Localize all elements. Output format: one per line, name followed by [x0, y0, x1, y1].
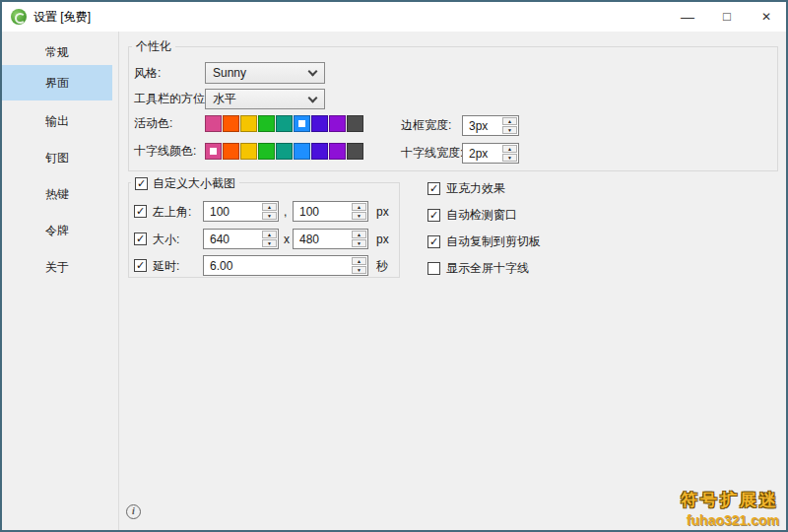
size-separator: x — [284, 230, 290, 249]
acrylic-checkbox[interactable]: ✓ — [427, 182, 440, 195]
window-title: 设置 [免费] — [33, 2, 91, 32]
size-checkbox[interactable]: ✓ — [134, 233, 147, 245]
border-width-value: 3px — [469, 116, 488, 135]
maximize-button[interactable]: □ — [707, 2, 747, 32]
color-swatch[interactable] — [205, 143, 222, 160]
border-width-label: 边框宽度: — [401, 115, 451, 136]
color-swatch[interactable] — [240, 143, 257, 160]
color-swatch[interactable] — [329, 143, 346, 160]
watermark-url: fuhao321.com — [681, 512, 779, 528]
color-swatch[interactable] — [294, 115, 310, 132]
style-dropdown-value: Sunny — [213, 63, 246, 83]
style-label: 风格: — [134, 62, 161, 84]
spin-down-icon[interactable]: ▼ — [352, 239, 366, 247]
fullscreen-crosshair-checkbox[interactable]: ✓ — [427, 262, 440, 275]
autocopy-checkbox[interactable]: ✓ — [427, 235, 440, 248]
maximize-icon: □ — [723, 9, 731, 24]
color-swatch[interactable] — [205, 115, 222, 132]
sidebar-item-token[interactable]: 令牌 — [2, 213, 112, 248]
active-color-palette — [205, 115, 363, 132]
titlebar[interactable]: 设置 [免费] — □ ✕ — [2, 2, 786, 32]
app-logo-icon — [11, 9, 27, 25]
toolbar-orientation-dropdown[interactable]: 水平 — [205, 89, 325, 109]
spin-down-icon[interactable]: ▼ — [262, 212, 277, 220]
option-autodetect-window[interactable]: ✓ 自动检测窗口 — [427, 207, 517, 224]
custom-size-group-title: ✓ 自定义大小截图 — [131, 175, 239, 192]
border-width-spinner[interactable]: 3px ▲▼ — [462, 115, 519, 136]
spin-down-icon[interactable]: ▼ — [502, 126, 517, 134]
active-color-label: 活动色: — [134, 114, 172, 133]
info-icon[interactable]: i — [126, 504, 141, 519]
watermark-title: 符号扩展迷 — [681, 489, 779, 511]
spin-down-icon[interactable]: ▼ — [352, 212, 366, 220]
color-swatch[interactable] — [240, 115, 257, 132]
spin-down-icon[interactable]: ▼ — [502, 154, 517, 162]
sidebar-item-hotkeys[interactable]: 热键 — [2, 176, 112, 212]
crosshair-width-value: 2px — [469, 144, 488, 163]
color-swatch[interactable] — [223, 143, 239, 160]
topleft-x-spinner[interactable]: 100 ▲▼ — [203, 201, 279, 222]
minimize-button[interactable]: — — [668, 2, 707, 32]
color-swatch[interactable] — [311, 143, 328, 160]
spin-up-icon[interactable]: ▲ — [352, 203, 366, 211]
spin-up-icon[interactable]: ▲ — [352, 257, 366, 265]
color-swatch[interactable] — [223, 115, 239, 132]
check-icon: ✓ — [135, 206, 146, 217]
spin-up-icon[interactable]: ▲ — [502, 145, 517, 153]
color-swatch[interactable] — [347, 143, 363, 160]
spin-up-icon[interactable]: ▲ — [262, 231, 277, 238]
minimize-icon: — — [681, 9, 694, 25]
color-swatch[interactable] — [276, 143, 293, 160]
autocopy-label: 自动复制到剪切板 — [446, 233, 541, 250]
custom-size-checkbox[interactable]: ✓ — [135, 177, 148, 190]
crosshair-color-label: 十字线颜色: — [134, 142, 196, 161]
topleft-label: 左上角: — [153, 202, 191, 222]
color-swatch[interactable] — [294, 143, 310, 160]
spin-down-icon[interactable]: ▼ — [352, 266, 366, 274]
color-swatch[interactable] — [276, 115, 293, 132]
sidebar-item-about[interactable]: 关于 — [2, 249, 112, 285]
delay-unit: 秒 — [376, 256, 388, 276]
toolbar-orientation-value: 水平 — [213, 90, 236, 108]
spin-up-icon[interactable]: ▲ — [262, 203, 277, 211]
custom-size-group-label: 自定义大小截图 — [153, 175, 235, 192]
crosshair-color-palette — [205, 143, 363, 160]
style-dropdown[interactable]: Sunny — [205, 62, 325, 84]
close-icon: ✕ — [761, 10, 771, 24]
topleft-unit: px — [376, 202, 389, 222]
spin-up-icon[interactable]: ▲ — [352, 231, 366, 238]
color-swatch[interactable] — [258, 115, 275, 132]
close-button[interactable]: ✕ — [747, 2, 786, 32]
color-swatch[interactable] — [347, 115, 363, 132]
color-swatch[interactable] — [258, 143, 275, 160]
delay-checkbox[interactable]: ✓ — [134, 259, 147, 272]
delay-value: 6.00 — [210, 256, 232, 275]
size-width-spinner[interactable]: 640 ▲▼ — [203, 229, 279, 249]
size-height-spinner[interactable]: 480 ▲▼ — [293, 229, 368, 249]
personalization-group-title: 个性化 — [132, 39, 175, 53]
sidebar-item-output[interactable]: 输出 — [2, 103, 112, 139]
sidebar-separator — [118, 32, 119, 530]
option-acrylic[interactable]: ✓ 亚克力效果 — [427, 180, 505, 197]
delay-spinner[interactable]: 6.00 ▲▼ — [203, 255, 368, 276]
sidebar-item-pin-image[interactable]: 钉图 — [2, 140, 112, 175]
color-swatch[interactable] — [329, 115, 346, 132]
check-icon: ✓ — [428, 236, 439, 247]
autodetect-checkbox[interactable]: ✓ — [427, 209, 440, 222]
crosshair-width-spinner[interactable]: 2px ▲▼ — [462, 143, 519, 164]
size-unit: px — [376, 230, 389, 249]
size-width-value: 640 — [210, 230, 230, 248]
autodetect-label: 自动检测窗口 — [446, 207, 517, 224]
color-swatch[interactable] — [311, 115, 328, 132]
spin-up-icon[interactable]: ▲ — [502, 117, 517, 125]
check-icon: ✓ — [135, 233, 146, 244]
chevron-down-icon — [308, 93, 318, 102]
option-fullscreen-crosshair[interactable]: ✓ 显示全屏十字线 — [427, 260, 529, 277]
option-autocopy-clipboard[interactable]: ✓ 自动复制到剪切板 — [427, 233, 541, 250]
topleft-checkbox[interactable]: ✓ — [134, 205, 147, 218]
fullscreen-crosshair-label: 显示全屏十字线 — [446, 260, 529, 277]
spin-down-icon[interactable]: ▼ — [262, 239, 277, 247]
sidebar-item-interface[interactable]: 界面 — [2, 65, 112, 100]
topleft-separator: , — [284, 202, 287, 222]
topleft-y-spinner[interactable]: 100 ▲▼ — [293, 201, 368, 222]
